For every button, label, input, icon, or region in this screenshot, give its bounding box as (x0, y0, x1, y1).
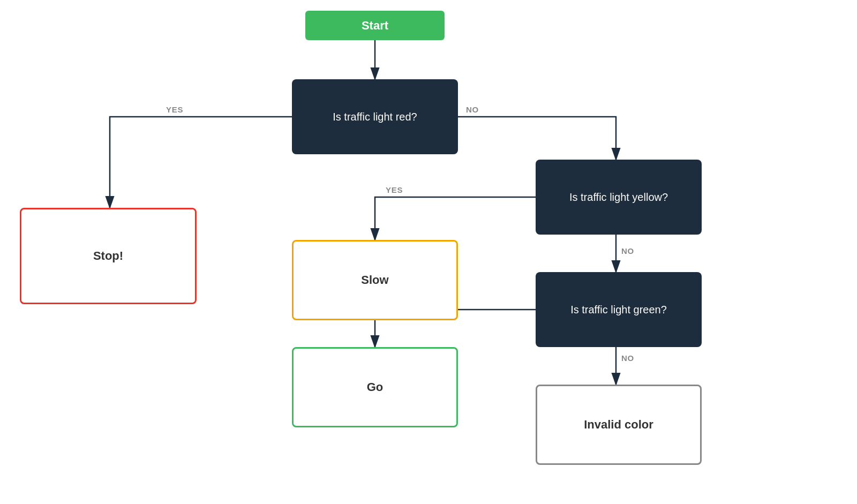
label-no2: NO (621, 246, 634, 255)
flowchart: YES NO YES NO YES NO Start Is traffic li… (0, 0, 857, 504)
go-node: Go (292, 347, 458, 427)
q3-node: Is traffic light green? (536, 272, 702, 347)
start-node: Start (305, 11, 445, 40)
q1-node: Is traffic light red? (292, 79, 458, 154)
label-no3: NO (621, 353, 634, 363)
slow-node: Slow (292, 240, 458, 320)
label-yes2: YES (386, 185, 403, 194)
stop-node: Stop! (20, 208, 197, 304)
invalid-node: Invalid color (536, 385, 702, 465)
q2-node: Is traffic light yellow? (536, 160, 702, 235)
label-yes1: YES (166, 105, 183, 114)
label-no1: NO (466, 105, 479, 114)
